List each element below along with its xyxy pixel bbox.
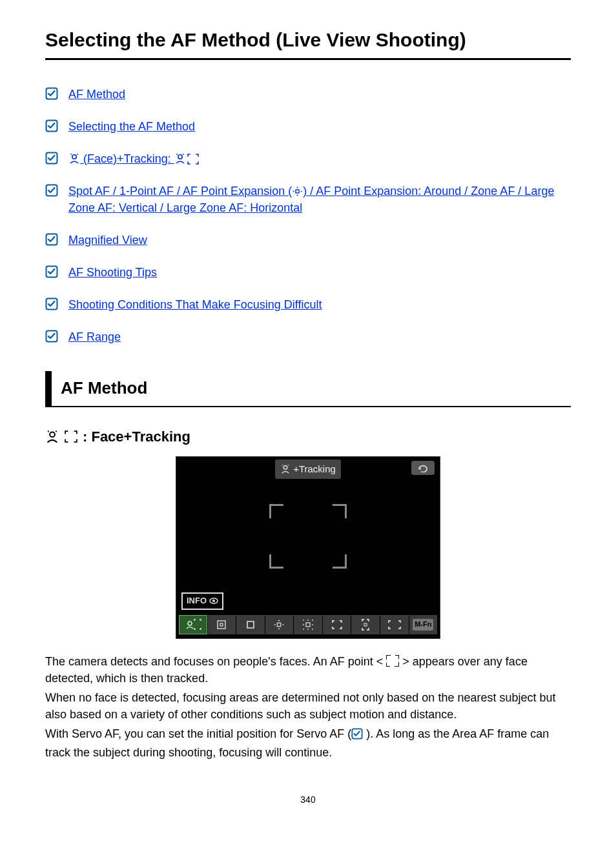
method-spot-af: [208, 615, 237, 634]
check-icon: [45, 119, 58, 132]
link-af-shooting-tips[interactable]: AF Shooting Tips: [68, 264, 157, 281]
af-method-strip: M-Fn: [176, 612, 440, 638]
method-zone-af: [323, 615, 352, 634]
focus-frame: [269, 504, 347, 569]
face-icon: [68, 153, 80, 165]
svg-rect-12: [218, 621, 225, 629]
p1a: The camera detects and focuses on people…: [45, 655, 386, 668]
link-text: (Face)+Tracking:: [80, 152, 174, 165]
toc-list: AF Method Selecting the AF Method (Face)…: [45, 86, 571, 346]
svg-point-23: [312, 629, 313, 630]
face-icon: [280, 464, 291, 474]
info-label: INFO: [187, 595, 207, 607]
svg-rect-14: [247, 621, 254, 628]
svg-point-21: [303, 629, 304, 630]
check-icon[interactable]: [351, 727, 363, 744]
link-shooting-conditions[interactable]: Shooting Conditions That Make Focusing D…: [68, 296, 322, 313]
mfn-label: M-Fn: [413, 619, 433, 631]
paragraph-1: The camera detects and focuses on people…: [45, 653, 571, 687]
check-icon: [45, 233, 58, 246]
back-icon: [411, 461, 435, 475]
camera-screenshot: +Tracking INFO: [176, 456, 440, 639]
info-badge: INFO: [181, 592, 223, 610]
mode-label-text: +Tracking: [293, 462, 336, 476]
section-heading-text: AF Method: [61, 376, 571, 401]
subheading: : Face+Tracking: [45, 427, 571, 447]
af-point-icon: [386, 655, 399, 667]
link-af-method[interactable]: AF Method: [68, 86, 125, 103]
link-selecting-af-method[interactable]: Selecting the AF Method: [68, 118, 195, 135]
check-icon: [45, 152, 58, 165]
method-large-zone-horizontal: [380, 615, 409, 634]
eye-icon: [209, 598, 218, 604]
face-brackets-icon: [65, 430, 77, 443]
svg-rect-13: [220, 623, 223, 626]
svg-rect-15: [306, 623, 310, 627]
face-icon: [45, 430, 59, 444]
svg-point-11: [188, 621, 192, 625]
paragraph-2: When no face is detected, focusing areas…: [45, 689, 571, 723]
live-view-area: [176, 481, 440, 591]
method-expand-around: [294, 615, 323, 634]
face-icon: [174, 153, 186, 165]
page-number: 340: [45, 793, 571, 806]
section-heading: AF Method: [45, 371, 571, 407]
svg-point-17: [307, 620, 309, 621]
link-text-a: Spot AF / 1-Point AF / AF Point Expansio…: [68, 185, 292, 197]
paragraph-3: With Servo AF, you can set the initial p…: [45, 725, 571, 761]
p3a: With Servo AF, you can set the initial p…: [45, 727, 351, 740]
link-magnified-view[interactable]: Magnified View: [68, 232, 147, 248]
check-icon: [45, 298, 58, 310]
face-brackets-icon: [187, 154, 199, 165]
svg-rect-24: [364, 623, 367, 626]
method-expand-cross: [265, 615, 294, 634]
expand-cross-icon: [292, 186, 303, 197]
svg-point-18: [312, 620, 313, 621]
link-af-range[interactable]: AF Range: [68, 328, 121, 345]
method-mfn: M-Fn: [409, 615, 438, 634]
mode-label: +Tracking: [275, 459, 341, 479]
check-icon: [45, 265, 58, 278]
svg-point-19: [303, 624, 304, 625]
link-face-tracking[interactable]: (Face)+Tracking:: [68, 150, 199, 167]
check-icon: [45, 330, 58, 343]
method-1point-af: [236, 615, 265, 634]
svg-point-10: [212, 600, 215, 602]
page-title: Selecting the AF Method (Live View Shoot…: [45, 26, 571, 60]
method-large-zone-vertical: [351, 615, 380, 634]
svg-point-16: [303, 620, 304, 621]
method-face-tracking: [179, 615, 208, 634]
link-spot-af[interactable]: Spot AF / 1-Point AF / AF Point Expansio…: [68, 183, 571, 216]
svg-point-22: [307, 629, 309, 630]
check-icon: [45, 184, 58, 197]
check-icon: [45, 87, 58, 100]
svg-point-20: [312, 624, 313, 625]
subheading-text: : Face+Tracking: [83, 427, 190, 447]
